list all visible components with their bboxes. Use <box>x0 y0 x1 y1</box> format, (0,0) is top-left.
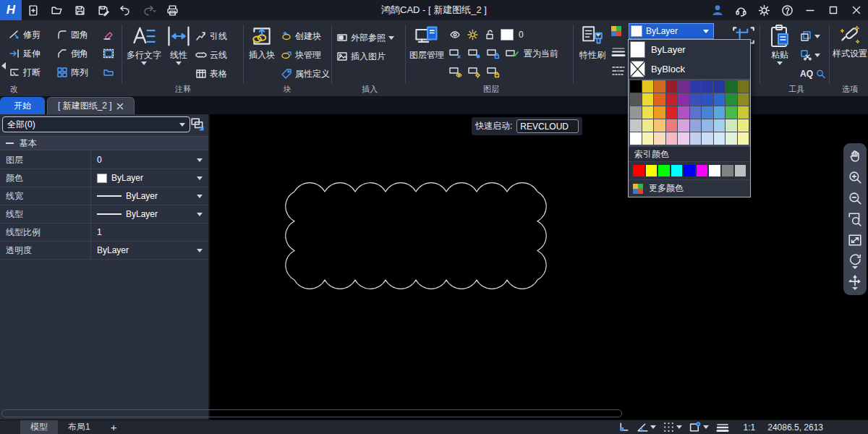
paste-button[interactable]: 粘贴 <box>764 23 796 65</box>
eraser-button[interactable] <box>103 29 114 41</box>
lineweight-icon[interactable] <box>611 46 626 58</box>
palette-swatch[interactable] <box>642 132 654 145</box>
save-as-button[interactable] <box>91 1 114 20</box>
palette-swatch[interactable] <box>690 132 702 145</box>
copy-button[interactable] <box>800 30 820 42</box>
index-color-swatch[interactable] <box>709 165 720 176</box>
revcloud-button[interactable]: 云线 <box>195 49 227 61</box>
grid-snap-button[interactable] <box>663 421 682 433</box>
layer-on-icon[interactable] <box>448 67 463 78</box>
print-button[interactable] <box>161 1 184 20</box>
new-file-button[interactable] <box>22 1 45 20</box>
layer-off-icon[interactable] <box>448 48 463 59</box>
palette-swatch[interactable] <box>690 93 702 106</box>
palette-swatch[interactable] <box>726 93 737 106</box>
palette-swatch[interactable] <box>714 119 726 132</box>
folder-tool-button[interactable] <box>103 67 114 78</box>
palette-swatch[interactable] <box>714 132 726 145</box>
chamfer-button[interactable]: 倒角 <box>56 48 100 60</box>
palette-swatch[interactable] <box>702 93 713 106</box>
quick-select-button[interactable] <box>189 116 206 133</box>
layer-thaw-all-icon[interactable] <box>467 67 482 78</box>
palette-swatch[interactable] <box>738 106 749 119</box>
palette-swatch[interactable] <box>678 106 689 119</box>
palette-swatch[interactable] <box>714 106 726 119</box>
style-settings-button[interactable]: 样式设置 <box>832 23 868 59</box>
ortho-mode-icon[interactable] <box>618 421 630 433</box>
command-line-bar[interactable] <box>1 409 622 417</box>
palette-swatch[interactable] <box>702 106 713 119</box>
property-value[interactable]: 1 <box>90 224 208 241</box>
lineweight-display-icon[interactable] <box>715 422 730 433</box>
linetype-icon[interactable] <box>611 65 626 77</box>
pan-button[interactable] <box>846 147 864 166</box>
palette-swatch[interactable] <box>690 106 702 119</box>
tab-close-icon[interactable] <box>116 103 124 110</box>
palette-swatch[interactable] <box>654 106 665 119</box>
palette-swatch[interactable] <box>738 80 749 93</box>
open-file-button[interactable] <box>45 1 68 20</box>
drawing-canvas[interactable]: 快速启动: <box>210 114 868 420</box>
model-tab[interactable]: 模型 <box>20 420 58 434</box>
index-color-swatch[interactable] <box>735 165 746 176</box>
block-manager-button[interactable]: 块管理 <box>281 49 321 61</box>
help-button[interactable] <box>775 1 799 20</box>
fillet-button[interactable]: 圆角 <box>56 29 100 41</box>
color-combobox[interactable]: ByLayer <box>629 23 714 39</box>
color-wheel-icon[interactable] <box>611 26 621 36</box>
palette-swatch[interactable] <box>678 119 689 132</box>
palette-swatch[interactable] <box>738 93 749 106</box>
property-value[interactable]: ByLayer <box>90 242 208 259</box>
palette-swatch[interactable] <box>726 119 737 132</box>
app-logo-icon[interactable]: H <box>0 0 22 20</box>
index-color-swatch[interactable] <box>671 165 683 176</box>
attribute-define-button[interactable]: 属性定义 <box>281 68 330 80</box>
palette-swatch[interactable] <box>666 132 678 145</box>
linear-dim-button[interactable]: 线性 <box>165 23 192 65</box>
palette-swatch[interactable] <box>642 80 654 93</box>
palette-swatch[interactable] <box>630 119 642 132</box>
array-button[interactable]: 阵列 <box>56 67 100 79</box>
orbit-button[interactable] <box>846 252 864 271</box>
index-color-swatch[interactable] <box>633 165 644 176</box>
layer-color-swatch[interactable] <box>501 29 514 41</box>
property-value[interactable]: ByLayer <box>90 187 208 205</box>
layer-freeze-icon[interactable] <box>467 48 482 59</box>
property-value[interactable]: 0 <box>90 151 208 169</box>
tab-start[interactable]: 开始 <box>0 97 45 114</box>
rectangle-tool-button[interactable] <box>103 48 114 59</box>
cut-button[interactable] <box>800 49 820 61</box>
palette-swatch[interactable] <box>654 119 665 132</box>
palette-swatch[interactable] <box>666 106 678 119</box>
palette-swatch[interactable] <box>642 106 654 119</box>
palette-swatch[interactable] <box>654 80 665 93</box>
palette-swatch[interactable] <box>726 106 737 119</box>
palette-swatch[interactable] <box>666 93 678 106</box>
layer-unlock-all-icon[interactable] <box>486 67 501 78</box>
set-current-layer-icon[interactable] <box>505 48 519 59</box>
maximize-button[interactable] <box>822 1 845 20</box>
tab-drawing[interactable]: [ 新建图纸_2 ] <box>47 97 135 114</box>
palette-swatch[interactable] <box>630 106 642 119</box>
palette-swatch[interactable] <box>714 93 726 106</box>
property-value[interactable]: ByLayer <box>90 169 208 187</box>
selection-filter-combobox[interactable]: 全部(0) <box>2 116 190 132</box>
close-button[interactable] <box>845 1 868 20</box>
palette-swatch[interactable] <box>642 119 654 132</box>
palette-swatch[interactable] <box>678 93 689 106</box>
scale-indicator[interactable]: 1:1 <box>744 422 756 433</box>
section-header-basic[interactable]: 基本 <box>0 136 208 150</box>
match-properties-button[interactable]: 特性刷 <box>575 23 610 60</box>
palette-swatch[interactable] <box>630 93 642 106</box>
add-layout-button[interactable]: + <box>101 420 127 434</box>
save-button[interactable] <box>68 1 91 20</box>
index-color-swatch[interactable] <box>697 165 708 176</box>
insert-block-button[interactable]: 插入块 <box>246 23 278 60</box>
layer-thaw-sun-icon[interactable] <box>467 29 479 41</box>
color-option-byblock[interactable]: ByBlock <box>629 59 750 79</box>
palette-swatch[interactable] <box>654 132 665 145</box>
set-current-label[interactable]: 置为当前 <box>524 48 558 60</box>
index-color-swatch[interactable] <box>658 165 670 176</box>
palette-swatch[interactable] <box>678 80 689 93</box>
osnap-button[interactable] <box>689 421 709 433</box>
